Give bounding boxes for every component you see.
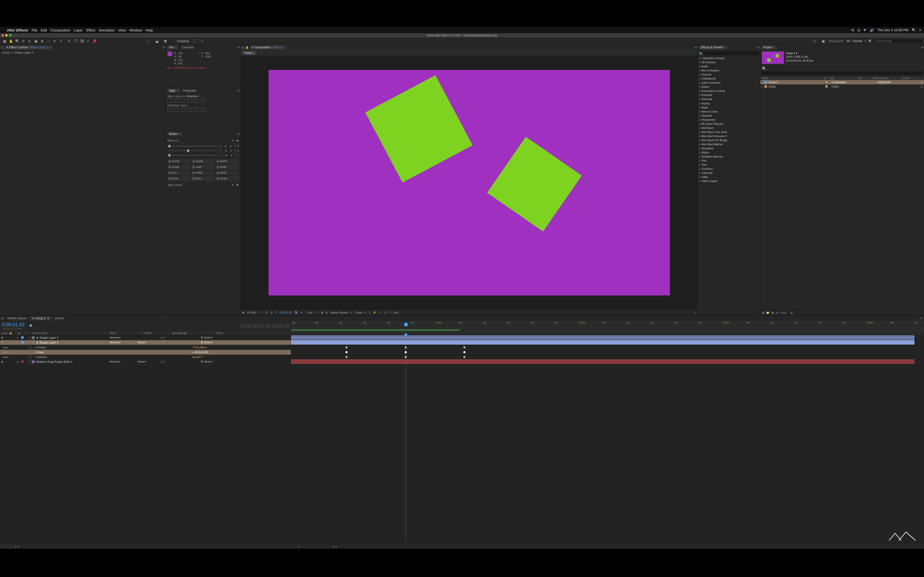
local-axis-icon[interactable]: ⬚ [145, 38, 152, 44]
zoom-readout[interactable]: (57.8%) [247, 311, 256, 314]
motion-btn-clone[interactable]: CLONE [168, 165, 191, 169]
ep-folder[interactable]: 3D Channel [699, 60, 759, 64]
selection-tool-icon[interactable]: ▦ [2, 38, 8, 44]
col-trkmat[interactable]: T .TrkMat [140, 331, 171, 335]
stopwatch-icon[interactable] [29, 351, 32, 354]
project-settings-icon[interactable]: ⚙ [776, 311, 778, 314]
col-mode[interactable]: Mode [108, 331, 140, 335]
motion-preset-select[interactable]: Motion v2 [168, 139, 179, 142]
effect-controls-tab[interactable]: ■ Effect Controls Shape Layer 1 ✕ [5, 45, 53, 50]
auto-kf-icon[interactable] [284, 324, 289, 328]
motion-btn-null[interactable]: NULL [168, 171, 191, 175]
viewer-time[interactable]: 0:00:01:02 [279, 311, 292, 314]
hide-shy-icon[interactable] [253, 324, 258, 328]
menu-edit[interactable]: Edit [41, 28, 47, 32]
ep-folder[interactable]: Red Giant MisFire [699, 142, 759, 147]
layer-bar[interactable] [291, 335, 914, 340]
close-tab-icon[interactable]: ✕ [773, 46, 775, 49]
notifications-icon[interactable]: ≡ [919, 28, 921, 32]
workspace-selector[interactable]: MJ - Normal [846, 39, 862, 43]
menubar-clock[interactable]: Thu Dec 4 10:58 PM [877, 28, 908, 32]
align-right-icon[interactable] [181, 98, 185, 102]
close-tab-icon[interactable]: ✕ [179, 133, 181, 135]
panel-menu-icon[interactable]: ▾≡ [695, 46, 698, 49]
motion-btn-jump[interactable]: JUMP [192, 165, 215, 169]
stopwatch-icon[interactable] [29, 356, 32, 358]
ep-folder[interactable]: Red Giant [699, 126, 759, 130]
toggle-in-out-button[interactable]: ⊏⊐ [14, 545, 19, 548]
reset-exp-icon[interactable]: ↺ [389, 311, 391, 314]
col-name[interactable]: Name [760, 77, 823, 80]
ep-folder[interactable]: Trapcode [699, 171, 759, 175]
ep-folder[interactable]: Synthetic Aperture [699, 155, 759, 159]
ep-folder[interactable]: Utility [699, 175, 759, 179]
spotlight-icon[interactable]: 🔍 [912, 28, 916, 32]
close-tab-icon[interactable]: ✕ [176, 89, 178, 92]
keyframe[interactable] [463, 356, 465, 358]
project-row[interactable]: ▸SolidsFolder品 [760, 84, 924, 89]
3d-icon[interactable]: ◧ [326, 311, 328, 314]
motion-btn-spin[interactable]: SPIN [192, 176, 215, 181]
ep-folder[interactable]: Blur & Sharpen [699, 69, 759, 73]
motion-btn-blend[interactable]: BLEND [192, 159, 215, 164]
maximize-icon[interactable]: ▭ [694, 311, 696, 314]
align-tab[interactable]: Align✕ [167, 89, 180, 93]
camera-select[interactable]: Active Camera [331, 311, 348, 314]
comp-tab[interactable]: Comp 1 [242, 51, 257, 55]
col-parent[interactable]: Parent [214, 331, 243, 335]
keyframe[interactable] [345, 346, 348, 349]
close-tab-icon[interactable]: ✕ [724, 46, 726, 49]
none-tab[interactable]: (none) [52, 316, 66, 321]
ep-folder[interactable]: Distort [699, 85, 759, 89]
col-source-name[interactable]: Source Name [31, 331, 108, 335]
effects-presets-search[interactable] [704, 52, 759, 55]
panel-handle-icon[interactable]: ▤ [0, 317, 5, 320]
project-row[interactable]: ▸Comp 1Composition0;00;05;26品 [760, 80, 924, 84]
col-size[interactable]: Size [857, 77, 871, 80]
project-tab[interactable]: Project✕ [761, 45, 777, 50]
rect-tool-icon[interactable]: □ [45, 38, 52, 44]
eraser-tool-icon[interactable]: ⌫ [79, 38, 85, 44]
region-icon[interactable]: ▣ [242, 311, 244, 314]
world-axis-icon[interactable]: ⬓ [154, 38, 160, 44]
comp-mini-flow-icon[interactable] [241, 324, 245, 328]
app-menu[interactable]: After Effects [7, 28, 28, 32]
keyframe[interactable] [404, 351, 407, 353]
menu-effect[interactable]: Effect [86, 28, 95, 32]
character-tab[interactable]: Character [179, 45, 196, 50]
timeline-icon[interactable]: ⏱ [379, 311, 381, 314]
tool-icon[interactable]: ⤴ [237, 154, 239, 157]
ep-folder[interactable]: Color Correction [699, 81, 759, 85]
panel-menu-icon[interactable]: ▾≡ [163, 46, 166, 49]
menu-layer[interactable]: Layer [74, 28, 83, 32]
shape-layer-1[interactable] [487, 137, 582, 232]
resolution-select[interactable]: Full [308, 311, 312, 314]
cti-head[interactable] [404, 323, 408, 326]
motion-slider-3[interactable] [168, 155, 220, 156]
window-close-button[interactable] [2, 34, 4, 37]
rotate-tool-icon[interactable]: ↻ [26, 38, 33, 44]
ep-folder[interactable]: Expression Controls [699, 89, 759, 93]
col-duration[interactable]: Media Duration [871, 77, 900, 80]
motion-tab[interactable]: Motion✕ [167, 132, 183, 136]
snap-icon[interactable]: ⛶ [191, 38, 197, 44]
ws-icon-1[interactable]: ▢ [812, 38, 818, 44]
close-tab-icon[interactable]: ✕ [47, 317, 49, 320]
menu-view[interactable]: View [118, 28, 126, 32]
timeline-search-icon[interactable]: 🔍 [29, 324, 33, 328]
property-row[interactable]: ◂ ◆ ▸⥄ Position778.0,404.0 [0, 345, 291, 350]
layer-row[interactable]: ◉ ▸2★ Shape Layer 1Normal ▾None ▾⊘ ╱⦿ No… [0, 340, 291, 345]
motion-btn-burst[interactable]: BURST [216, 159, 239, 164]
exposure-readout[interactable]: +0.0 [393, 311, 399, 314]
wifi-icon[interactable]: ⧨ [864, 28, 866, 32]
snap-ext-icon[interactable]: ⊹ [199, 38, 205, 44]
align-layers-select[interactable]: Selection [186, 95, 197, 98]
menu-window[interactable]: Window [129, 28, 142, 32]
property-row[interactable]: ◂ ◆ ▸⥄ Rotation0x+34.7° [0, 355, 291, 359]
ep-folder[interactable]: Generate [699, 97, 759, 101]
menu-animation[interactable]: Animation [99, 28, 115, 32]
layer-row[interactable]: ◉ ▸1★ Shape Layer 2Normal ▾ ⊘ ╱⦿ None ▾ [0, 335, 291, 340]
view-axis-icon[interactable]: ⬔ [162, 38, 168, 44]
motion-btn-orbit[interactable]: ORBIT [192, 171, 215, 175]
pixel-aspect-icon[interactable]: ◻ [368, 311, 371, 314]
